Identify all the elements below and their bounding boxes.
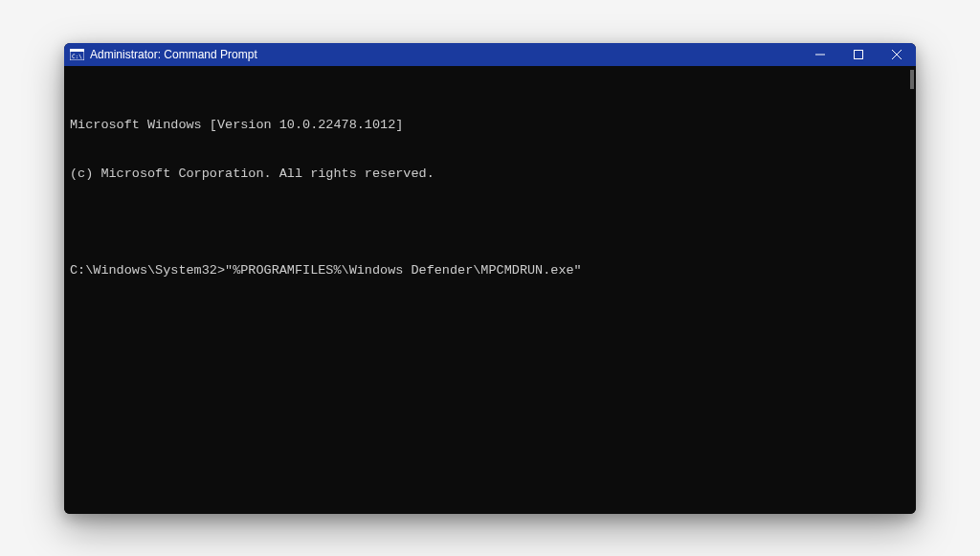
terminal-output-line: (c) Microsoft Corporation. All rights re… [70,167,910,183]
svg-rect-4 [855,50,863,58]
titlebar[interactable]: C:\ Administrator: Command Prompt [64,43,916,66]
terminal-command: "%PROGRAMFILES%\Windows Defender\MPCMDRU… [225,263,582,279]
maximize-button[interactable] [839,43,878,66]
window-title: Administrator: Command Prompt [90,48,801,61]
terminal-prompt-line: C:\Windows\System32>"%PROGRAMFILES%\Wind… [70,263,910,279]
scrollbar-thumb[interactable] [910,70,914,89]
minimize-button[interactable] [801,43,839,66]
terminal-body[interactable]: Microsoft Windows [Version 10.0.22478.10… [64,66,916,514]
close-button[interactable] [878,43,916,66]
terminal-prompt: C:\Windows\System32> [70,263,225,279]
svg-rect-1 [70,49,84,52]
command-prompt-window: C:\ Administrator: Command Prompt [64,43,916,514]
window-controls [801,43,916,66]
cmd-icon: C:\ [70,49,84,60]
terminal-blank-line [70,214,910,231]
svg-text:C:\: C:\ [72,53,82,59]
terminal-output-line: Microsoft Windows [Version 10.0.22478.10… [70,118,910,134]
